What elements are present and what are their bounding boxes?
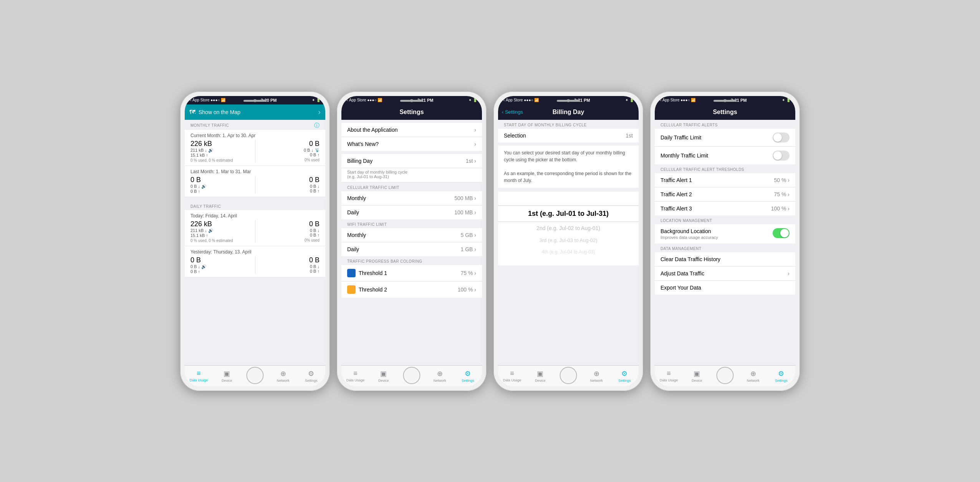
whats-new-chevron: › — [474, 141, 476, 147]
tab-network-3[interactable]: ⊕ Network — [583, 366, 611, 386]
tab-label-2: Network — [434, 379, 446, 383]
daily-traffic-section: Today: Friday, 14. April 226 kB 211 kB ↓… — [185, 210, 325, 277]
yesterday-title: Yesterday: Thursday, 13. April — [190, 249, 319, 255]
alert3-label: Traffic Alert 3 — [661, 205, 692, 212]
picker-item-4th[interactable]: 4th (e.g. Jul-04 to Aug-03) — [498, 246, 639, 258]
daily-traffic-header: DAILY TRAFFIC — [190, 204, 221, 209]
bg-location-toggle[interactable] — [773, 228, 790, 238]
cellular-monthly-row[interactable]: Monthly 500 MB › — [341, 191, 482, 205]
adjust-traffic-label: Adjust Data Traffic — [661, 270, 704, 277]
adjust-traffic-chevron: › — [788, 270, 790, 277]
wifi-daily-row[interactable]: Daily 1 GB › — [341, 242, 482, 256]
status-right-3: ✦ 🔋 — [625, 98, 634, 102]
tab-label-3: Device — [535, 379, 546, 383]
alert2-value: 75 % › — [774, 191, 790, 197]
tab-label-3: Settings — [618, 379, 631, 383]
tab-settings-4[interactable]: ⚙ Settings — [767, 366, 795, 386]
tab-label: Device — [222, 379, 232, 383]
daily-limit-toggle-row[interactable]: Daily Traffic Limit — [655, 129, 795, 147]
status-bar-1: < App Store ●●●○ 📶 3:20 PM ✦ 🔋 — [185, 96, 325, 104]
threshold1-row[interactable]: Threshold 1 75 % › — [341, 265, 482, 282]
cellular-daily-row[interactable]: Daily 100 MB › — [341, 205, 482, 219]
bg-location-row[interactable]: Background Location Improves data usage … — [655, 224, 795, 243]
tab-data-usage-1[interactable]: ≡ Data Usage — [185, 366, 213, 386]
selection-group: Selection 1st — [498, 129, 639, 142]
map-label: Show on the Map — [199, 109, 240, 115]
chevron-right-icon: › — [318, 108, 321, 116]
about-row[interactable]: About the Application › — [341, 123, 482, 137]
teal-header-1[interactable]: 🗺 Show on the Map › — [185, 104, 325, 120]
tab-network-1[interactable]: ⊕ Network — [269, 366, 297, 386]
last-month-row[interactable]: Last Month: 1. Mar to 31. Mar 0 B 0 B ↓ … — [185, 166, 325, 197]
home-button-4[interactable] — [717, 367, 734, 384]
status-right-2: ✦ 🔋 — [468, 98, 477, 102]
export-data-row[interactable]: Export Your Data — [655, 281, 795, 295]
alert3-value: 100 % › — [771, 205, 790, 212]
monthly-traffic-section: Current Month: 1. Apr to 30. Apr 226 kB … — [185, 130, 325, 197]
tab-network-4[interactable]: ⊕ Network — [739, 366, 767, 386]
status-time-4: 3:21 PM — [731, 98, 747, 103]
tab-data-usage-4[interactable]: ≡ Data Usage — [655, 366, 683, 386]
settings-icon-3: ⚙ — [621, 369, 627, 378]
cellular-daily-label: Daily — [347, 209, 359, 215]
tab-network-2[interactable]: ⊕ Network — [426, 366, 454, 386]
clear-history-label: Clear Data Traffic History — [661, 256, 720, 262]
wifi-monthly-row[interactable]: Monthly 5 GB › — [341, 228, 482, 242]
picker-item-3rd[interactable]: 3rd (e.g. Jul-03 to Aug-02) — [498, 234, 639, 246]
picker-container[interactable]: 1st (e.g. Jul-01 to Jul-31) 2nd (e.g. Ju… — [498, 192, 639, 265]
cellular-monthly-value: 500 MB › — [454, 195, 476, 201]
info-icon[interactable]: ⓘ — [314, 122, 319, 129]
today-wifi: 226 kB 211 kB ↓ 🔊 15.1 kB ↑ 0 % used, 0 … — [190, 220, 252, 243]
monthly-limit-toggle-row[interactable]: Monthly Traffic Limit — [655, 147, 795, 164]
back-button-3[interactable]: ‹ Settings — [502, 109, 523, 115]
today-row[interactable]: Today: Friday, 14. April 226 kB 211 kB ↓… — [185, 210, 325, 246]
monthly-limit-toggle[interactable] — [773, 151, 790, 161]
alert2-row[interactable]: Traffic Alert 2 75 % › — [655, 187, 795, 202]
tab-label: Settings — [305, 379, 318, 383]
home-button-2[interactable] — [403, 367, 420, 384]
tab-data-usage-3[interactable]: ≡ Data Usage — [498, 366, 526, 386]
nav-title-3: Billing Day — [553, 109, 584, 116]
nav-bar-3: ‹ Settings Billing Day — [498, 104, 639, 120]
tab-settings-3[interactable]: ⚙ Settings — [611, 366, 639, 386]
tab-device-2[interactable]: ▣ Device — [369, 366, 397, 386]
settings-icon: ⚙ — [308, 369, 314, 378]
about-label: About the Application — [347, 127, 398, 133]
status-time-2: 3:21 PM — [417, 98, 434, 103]
bg-location-note: Improves data usage accuracy — [661, 235, 718, 240]
tab-label-4: Device — [692, 379, 702, 383]
wifi-daily-label: Daily — [347, 246, 359, 252]
data-usage-icon-2: ≡ — [353, 369, 358, 378]
daily-limit-toggle[interactable] — [773, 133, 790, 142]
status-bar-3: < App Store ●●●○ 📶 3:21 PM ✦ 🔋 — [498, 96, 639, 104]
phone-2: < App Store ●●●○ 📶 3:21 PM ✦ 🔋 Settings … — [337, 91, 487, 391]
adjust-traffic-row[interactable]: Adjust Data Traffic › — [655, 267, 795, 281]
picker-item-2nd[interactable]: 2nd (e.g. Jul-02 to Aug-01) — [498, 222, 639, 234]
progress-color-header: TRAFFIC PROGRESS BAR COLORING — [341, 256, 482, 265]
tab-device-1[interactable]: ▣ Device — [213, 366, 241, 386]
tab-settings-2[interactable]: ⚙ Settings — [454, 366, 482, 386]
yesterday-row[interactable]: Yesterday: Thursday, 13. April 0 B 0 B ↓… — [185, 246, 325, 277]
data-usage-icon-3: ≡ — [510, 369, 514, 378]
tab-device-3[interactable]: ▣ Device — [526, 366, 554, 386]
tab-data-usage-2[interactable]: ≡ Data Usage — [341, 366, 369, 386]
alert3-row[interactable]: Traffic Alert 3 100 % › — [655, 202, 795, 215]
alert1-row[interactable]: Traffic Alert 1 50 % › — [655, 173, 795, 187]
threshold2-row[interactable]: Threshold 2 100 % › — [341, 282, 482, 298]
tab-settings-1[interactable]: ⚙ Settings — [297, 366, 325, 386]
home-button-3[interactable] — [560, 367, 577, 384]
status-time-3: 3:21 PM — [574, 98, 590, 103]
current-month-row[interactable]: Current Month: 1. Apr to 30. Apr 226 kB … — [185, 130, 325, 166]
device-icon: ▣ — [223, 369, 230, 378]
clear-history-row[interactable]: Clear Data Traffic History — [655, 252, 795, 267]
picker-item-selected[interactable]: 1st (e.g. Jul-01 to Jul-31) — [498, 205, 639, 222]
tab-label-4: Network — [747, 379, 760, 383]
home-button-1[interactable] — [247, 367, 264, 384]
wifi-monthly-label: Monthly — [347, 232, 366, 238]
nav-bar-2: Settings — [341, 104, 482, 120]
nav-bar-4: Settings — [655, 104, 795, 120]
whats-new-row[interactable]: What's New? › — [341, 137, 482, 151]
threshold1-swatch — [347, 269, 356, 277]
billing-day-row[interactable]: Billing Day 1st › — [341, 154, 482, 168]
tab-device-4[interactable]: ▣ Device — [683, 366, 711, 386]
